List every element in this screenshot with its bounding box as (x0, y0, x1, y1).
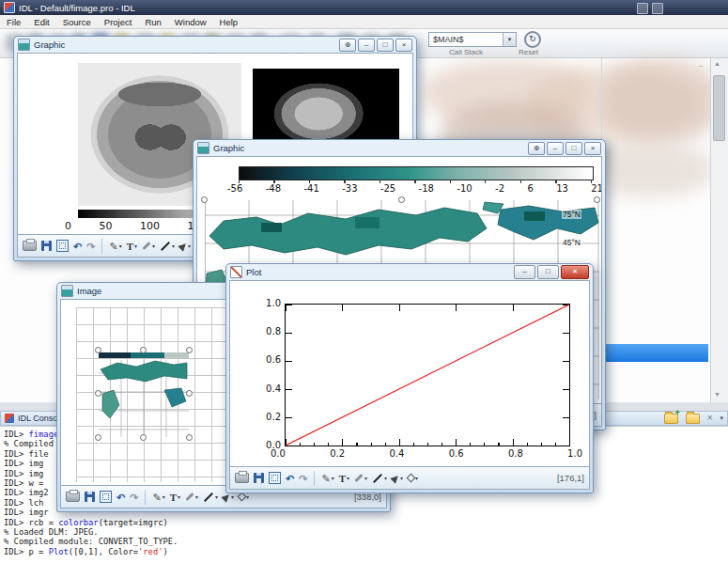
zoom-fit-button[interactable] (100, 491, 112, 503)
detach-button[interactable]: ⊕ (339, 39, 356, 52)
undo-button[interactable]: ↶ (286, 473, 294, 484)
dropdown-caret-icon[interactable]: ▾ (332, 475, 334, 481)
minimize-button[interactable]: – (547, 142, 564, 155)
dropdown-caret-icon[interactable]: ▾ (178, 493, 180, 500)
tick-label: 1.0 (255, 298, 281, 308)
continent-eurasia (209, 208, 487, 255)
minimize-button[interactable]: – (514, 265, 535, 279)
undo-button[interactable]: ↶ (116, 492, 125, 503)
close-button[interactable]: × (584, 142, 601, 155)
selection-handle[interactable] (140, 434, 147, 441)
polygon-tool-button[interactable]: ▾ (239, 493, 249, 500)
zoom-fit-button[interactable] (56, 240, 69, 252)
arrow-tool-button[interactable]: ▾ (179, 242, 191, 250)
line-tool-button[interactable]: ▾ (160, 242, 175, 249)
close-button[interactable]: × (395, 39, 412, 52)
chevron-down-icon[interactable]: ▾ (720, 414, 723, 422)
menu-project[interactable]: Project (98, 15, 139, 29)
maximize-button[interactable]: □ (377, 39, 394, 52)
mini-world-map[interactable] (99, 351, 189, 437)
minimize-button[interactable]: – (358, 39, 375, 52)
dropdown-caret-icon[interactable]: ▾ (134, 242, 137, 249)
selection-handle[interactable] (95, 347, 101, 353)
dropdown-caret-icon[interactable]: ▾ (215, 493, 218, 500)
plot-titlebar[interactable]: Plot – □ × (226, 264, 593, 280)
text-tool-button[interactable]: T▾ (339, 473, 349, 484)
tray-icon[interactable] (652, 3, 663, 14)
pencil-tool-button[interactable]: ✎▾ (321, 473, 333, 484)
plot-canvas[interactable]: 1.00.80.60.40.20.0 0.00.20.40.60.81.0 (229, 280, 590, 467)
maximize-button[interactable]: □ (537, 265, 559, 279)
dropdown-caret-icon[interactable]: ▾ (195, 493, 198, 500)
menu-source[interactable]: Source (56, 15, 98, 29)
brush-tool-button[interactable]: ▾ (185, 493, 198, 500)
arrow-tool-button[interactable]: ▾ (392, 475, 403, 482)
arrow-tool-button[interactable]: ▾ (223, 493, 234, 501)
text-tool-button[interactable]: T▾ (127, 241, 137, 252)
dropdown-caret-icon[interactable]: ▾ (384, 475, 387, 481)
selection-handle[interactable] (201, 196, 208, 203)
maximize-button[interactable]: □ (565, 142, 582, 155)
brush-tool-button[interactable]: ▾ (142, 242, 155, 249)
close-icon[interactable]: × (707, 414, 713, 423)
pencil-tool-button[interactable]: ✎▾ (109, 241, 121, 252)
dropdown-caret-icon[interactable]: ▾ (119, 242, 122, 249)
line-tool-button[interactable]: ▾ (372, 475, 387, 481)
selection-handle[interactable] (594, 196, 600, 203)
scrollbar-thumb[interactable] (713, 75, 725, 141)
selection-handle[interactable] (398, 196, 405, 203)
title-bar[interactable]: IDL - Default/fimage.pro - IDL (0, 0, 728, 15)
dropdown-caret-icon[interactable]: ▾ (172, 242, 175, 249)
menu-help[interactable]: Help (213, 15, 245, 29)
scope-combo[interactable]: $MAIN$ ▾ (428, 32, 517, 47)
redo-button[interactable]: ↷ (299, 473, 307, 484)
print-button[interactable] (235, 473, 249, 483)
save-button[interactable] (41, 241, 52, 251)
scroll-down-icon[interactable]: ▼ (714, 391, 720, 398)
graphic1-titlebar[interactable]: Graphic ⊕ – □ × (14, 37, 416, 53)
line-tool-button[interactable]: ▾ (203, 493, 218, 500)
graphic2-titlebar[interactable]: Graphic ⊕ – □ × (194, 140, 605, 156)
menu-file[interactable]: File (0, 15, 27, 29)
selection-handle[interactable] (140, 347, 147, 353)
dropdown-caret-icon[interactable]: ▾ (347, 475, 349, 481)
close-button[interactable]: × (561, 265, 589, 279)
text-tool-button[interactable]: T▾ (170, 492, 180, 503)
redo-button[interactable]: ↷ (86, 241, 95, 252)
selection-handle[interactable] (95, 390, 101, 397)
selection-handle[interactable] (95, 434, 101, 441)
save-button[interactable] (85, 492, 95, 502)
dropdown-caret-icon[interactable]: ▾ (415, 475, 418, 481)
polygon-tool-button[interactable]: ▾ (408, 475, 418, 481)
pencil-tool-button[interactable]: ✎▾ (152, 492, 164, 503)
dropdown-caret-icon[interactable]: ▾ (246, 493, 249, 500)
print-button[interactable] (66, 492, 80, 502)
open-folder-icon[interactable] (686, 414, 700, 424)
reset-button[interactable]: ↻ (524, 31, 541, 48)
pane-minimize-icon[interactable]: – (699, 61, 703, 70)
dropdown-caret-icon[interactable]: ▾ (163, 493, 165, 500)
selection-handle[interactable] (186, 347, 193, 353)
tray-icon[interactable] (637, 3, 648, 14)
tick-label: 50 (100, 220, 113, 232)
detach-button[interactable]: ⊕ (528, 142, 545, 155)
menu-run[interactable]: Run (138, 15, 167, 29)
map-colorbar[interactable] (239, 166, 594, 180)
save-button[interactable] (254, 473, 264, 483)
brush-tool-button[interactable]: ▾ (354, 475, 367, 481)
print-button[interactable] (23, 241, 37, 251)
plot-series-line[interactable] (286, 305, 569, 446)
zoom-fit-button[interactable] (269, 472, 281, 484)
menu-edit[interactable]: Edit (27, 15, 55, 29)
undo-button[interactable]: ↶ (73, 241, 82, 252)
dropdown-caret-icon[interactable]: ▾ (364, 475, 367, 481)
selected-list-item[interactable] (603, 344, 708, 362)
dropdown-caret-icon[interactable]: ▾ (152, 242, 155, 249)
selection-handle[interactable] (186, 434, 193, 441)
chevron-down-icon[interactable]: ▾ (503, 33, 516, 46)
redo-button[interactable]: ↷ (130, 492, 138, 503)
scroll-up-icon[interactable]: ▲ (714, 60, 720, 67)
new-folder-icon[interactable] (664, 414, 678, 424)
selection-handle[interactable] (186, 390, 193, 397)
menu-window[interactable]: Window (168, 15, 213, 29)
